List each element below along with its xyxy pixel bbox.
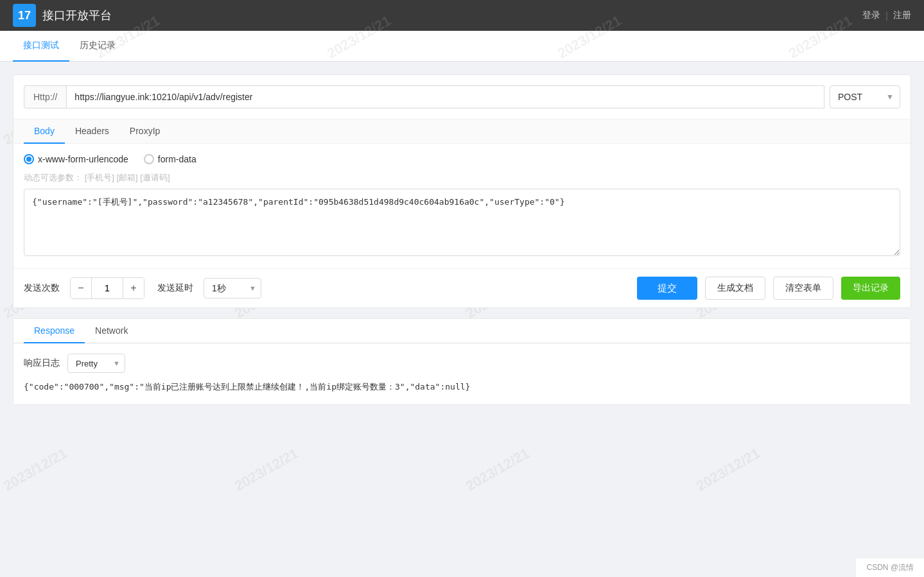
generate-doc-button[interactable]: 生成文档 (705, 277, 765, 300)
format-select[interactable]: Pretty Raw Preview (67, 354, 125, 373)
hint-params: [手机号] [邮箱] [邀请码] (85, 173, 170, 182)
tab-history[interactable]: 历史记录 (69, 31, 126, 62)
method-select-wrapper: POST GET PUT DELETE PATCH ▼ (830, 85, 900, 108)
submit-button[interactable]: 提交 (637, 277, 697, 300)
delay-select[interactable]: 0秒 1秒 2秒 3秒 5秒 (204, 278, 261, 298)
register-link[interactable]: 注册 (893, 10, 911, 21)
header-right: 登录 | 注册 (862, 10, 911, 21)
body-textarea[interactable]: {"username":"[手机号]","password":"a1234567… (24, 189, 900, 256)
tab-response[interactable]: Response (24, 319, 85, 343)
count-input[interactable] (91, 278, 123, 298)
app-title: 接口开放平台 (42, 8, 112, 23)
subtab-body[interactable]: Body (24, 119, 65, 144)
body-section: x-www-form-urlencode form-data 动态可选参数： [… (13, 144, 911, 268)
radio-circle-urlencoded (24, 154, 34, 164)
method-select[interactable]: POST GET PUT DELETE PATCH (830, 85, 900, 108)
url-input[interactable] (66, 85, 824, 108)
radio-label-urlencoded: x-www-form-urlencode (38, 154, 128, 164)
clear-form-button[interactable]: 清空表单 (773, 277, 833, 300)
logo-icon: 17 (13, 4, 36, 27)
count-control: − + (70, 277, 144, 299)
radio-circle-formdata (144, 154, 154, 164)
tab-network[interactable]: Network (85, 319, 138, 343)
response-content: {"code":"000700","msg":"当前ip已注册账号达到上限禁止继… (24, 381, 900, 394)
export-button[interactable]: 导出记录 (841, 277, 900, 300)
login-link[interactable]: 登录 (862, 10, 880, 21)
radio-form-data[interactable]: form-data (144, 154, 196, 164)
actions-bar: 发送次数 − + 发送延时 0秒 1秒 2秒 3秒 5秒 ▼ 提交 生成文档 清 (13, 268, 911, 307)
header-divider: | (885, 10, 888, 21)
send-count-label: 发送次数 (24, 282, 60, 294)
response-log-header: 响应日志 Pretty Raw Preview ▼ (24, 354, 900, 373)
encoding-radio-group: x-www-form-urlencode form-data (24, 154, 900, 164)
format-select-wrapper: Pretty Raw Preview ▼ (67, 354, 125, 373)
send-delay-label: 发送延时 (157, 282, 193, 294)
count-decrease-button[interactable]: − (71, 278, 91, 298)
subtab-headers[interactable]: Headers (65, 119, 119, 144)
response-section: Response Network 响应日志 Pretty Raw Preview… (13, 318, 911, 405)
response-log-label: 响应日志 (24, 357, 60, 369)
sub-tabs: Body Headers ProxyIp (13, 119, 911, 144)
response-body: 响应日志 Pretty Raw Preview ▼ {"code":"00070… (13, 343, 911, 404)
main-content: Http:// POST GET PUT DELETE PATCH ▼ Body… (0, 62, 924, 418)
subtab-proxyip[interactable]: ProxyIp (119, 119, 170, 144)
radio-x-www-form-urlencoded[interactable]: x-www-form-urlencode (24, 154, 128, 164)
header-left: 17 接口开放平台 (13, 4, 112, 27)
url-bar: Http:// POST GET PUT DELETE PATCH ▼ (13, 75, 911, 119)
tab-api-test[interactable]: 接口测试 (13, 31, 69, 62)
api-panel: Http:// POST GET PUT DELETE PATCH ▼ Body… (13, 74, 911, 308)
radio-label-formdata: form-data (158, 154, 196, 164)
count-increase-button[interactable]: + (123, 278, 144, 298)
delay-select-wrapper: 0秒 1秒 2秒 3秒 5秒 ▼ (204, 278, 261, 298)
url-prefix: Http:// (24, 85, 66, 108)
main-nav: 接口测试 历史记录 (0, 31, 924, 62)
hint-text: 动态可选参数： [手机号] [邮箱] [邀请码] (24, 172, 900, 184)
header: 17 接口开放平台 登录 | 注册 (0, 0, 924, 31)
response-tabs: Response Network (13, 319, 911, 343)
